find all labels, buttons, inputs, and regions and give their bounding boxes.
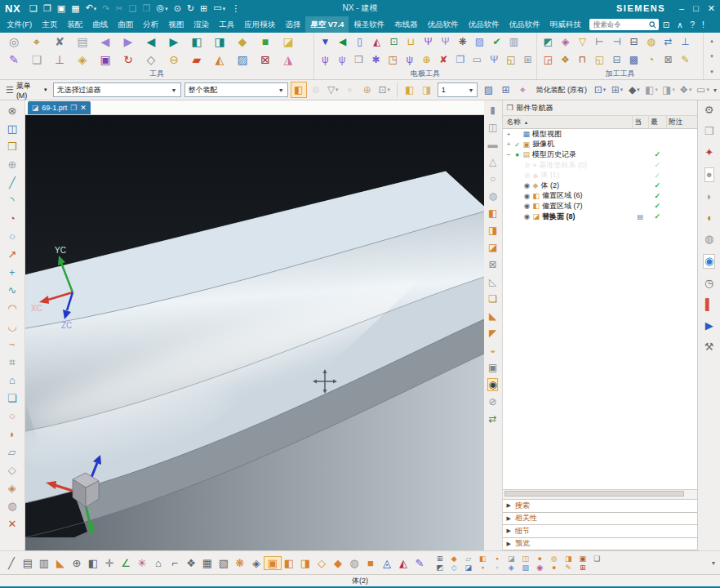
menu-tab[interactable]: 星空 V7.4 (305, 16, 349, 33)
window-swap-icon[interactable]: ⊞ (498, 82, 513, 97)
delete-xy-icon[interactable]: ✘ (48, 33, 71, 50)
touch-mode-icon[interactable]: ↻ (187, 4, 194, 13)
cube-add-icon[interactable]: ⊕ (360, 82, 375, 97)
minimize-button[interactable]: – (679, 3, 684, 14)
pin-delete-icon[interactable]: ✘ (435, 51, 452, 68)
menu-tab[interactable]: 分析 (138, 16, 163, 33)
slab-icon[interactable]: ▬ (488, 139, 498, 150)
color-bar-icon[interactable]: ▌ (705, 299, 713, 310)
notebook-icon[interactable]: ▤ (71, 33, 94, 50)
battery-icon[interactable]: ◫ (7, 122, 17, 135)
stamp-icon[interactable]: ⊥ (48, 51, 71, 68)
viewport-canvas[interactable]: YC XC ZC (25, 115, 484, 550)
sheet-icon[interactable]: ▱ (8, 446, 16, 458)
minimize-ribbon-icon[interactable]: ∧ (677, 20, 682, 29)
mini-toolbar-icon[interactable]: ◈ (504, 564, 519, 572)
filter-list-icon[interactable]: ▽ (326, 82, 340, 97)
search-icon[interactable] (649, 21, 656, 29)
pencil-icon[interactable]: ✎ (677, 51, 694, 68)
rotate-r-icon[interactable]: ↻ (117, 51, 140, 68)
ribbon-more-icon[interactable]: ▾ (710, 69, 713, 75)
window-style-icon[interactable]: ▭ (696, 82, 710, 97)
csys-icon[interactable]: ⌖ (515, 82, 530, 97)
block-icon[interactable]: ◫ (488, 122, 497, 133)
sheet-copy-icon[interactable]: ❒ (350, 51, 367, 68)
line-icon[interactable]: ╱ (9, 176, 16, 189)
purple-cube-icon[interactable]: ▣ (94, 51, 117, 68)
sheet-corner-icon[interactable]: ◱ (591, 51, 608, 68)
mini-toolbar-icon[interactable]: ◨ (562, 555, 576, 563)
tree-row-body-2[interactable]: ◉ ◆ 体 (2) ✓ (503, 180, 698, 191)
record-macro-icon[interactable]: ◎ (2, 33, 25, 50)
tools-icon[interactable]: ⚒ (704, 341, 714, 353)
roles-icon[interactable]: ⊗ (7, 105, 16, 117)
command-search-input[interactable] (592, 20, 649, 29)
borderbar-overflow-icon[interactable]: ▾ (713, 87, 717, 94)
half-left-icon[interactable]: ◧ (281, 557, 297, 569)
fan-surface-icon[interactable]: ◗ (9, 428, 16, 440)
face-edit-icon[interactable]: ◖ (706, 212, 713, 224)
close-button[interactable]: ✕ (708, 3, 715, 14)
chart-icon[interactable]: ◍ (642, 33, 660, 50)
book-icon[interactable]: ▯ (351, 33, 368, 50)
box-back-icon[interactable]: ◧ (185, 33, 208, 50)
box-search-icon[interactable]: ⊡ (385, 33, 402, 50)
rings-icon[interactable]: ⊚ (309, 82, 323, 97)
menu-tab[interactable]: 曲线 (87, 16, 113, 33)
grid-b-icon[interactable]: ▧ (216, 557, 232, 569)
assembly-box-icon[interactable]: ❒ (704, 126, 714, 137)
visibility-eye-icon[interactable]: ✓ (513, 140, 522, 149)
ribbon-overflow-up-icon[interactable]: ▴ (710, 38, 713, 44)
tree-row-offset-6[interactable]: ◉ ◧ 偏置区域 (6) ✓ (503, 191, 698, 202)
post-icon[interactable]: ⊥ (677, 33, 694, 50)
cylinder-add-icon[interactable]: ⊕ (7, 158, 16, 171)
selection-scope-dropdown[interactable]: 整个装配 ▼ (184, 82, 288, 97)
tree-row-datum-csys[interactable]: ⊘ ⌖ 基准坐标系 (0) ✓ (503, 160, 698, 171)
menu-tab[interactable]: 视图 (163, 16, 189, 33)
pin-c-icon[interactable]: ψ (401, 51, 418, 68)
swap-icon[interactable]: ⇄ (660, 33, 677, 50)
pot-icon[interactable]: ◍ (7, 500, 16, 512)
teal-back-icon[interactable]: ◀ (140, 33, 162, 50)
cross-delete-icon[interactable]: ✕ (7, 518, 16, 530)
ellipse-icon[interactable]: ○ (9, 410, 16, 422)
vise-icon[interactable]: ⊟ (625, 33, 642, 50)
part-tab[interactable]: ◪ 69-1.prt ❐ ✕ (28, 101, 91, 114)
tree-row-body-1[interactable]: ⊘ ◆ 体 (1) ✓ (503, 170, 698, 180)
red-cube-box-icon[interactable]: ⊠ (254, 51, 277, 68)
mini-toolbar-icon[interactable]: ▪ (476, 564, 491, 572)
probe-right-icon[interactable]: ⊣ (608, 33, 625, 50)
arc-icon[interactable]: ◝ (10, 194, 14, 207)
mini-toolbar-icon[interactable]: ◍ (547, 555, 562, 563)
torus-icon[interactable]: ◍ (488, 190, 496, 202)
probe-left-icon[interactable]: ⊢ (591, 33, 608, 50)
mini-toolbar-icon[interactable]: ▣ (576, 555, 590, 563)
menu-tab[interactable]: 工具 (214, 16, 239, 33)
save-all-icon[interactable]: ▦ (71, 4, 79, 13)
menu-tab[interactable]: 优品软件 (504, 16, 545, 33)
subtract-icon[interactable]: ◨ (488, 225, 497, 236)
bottom-toolbar-overflow-icon[interactable]: ▾ (712, 559, 717, 567)
section-preview[interactable]: ▶ 预览 (503, 538, 698, 551)
disc-icon[interactable]: ◍ (346, 557, 362, 569)
new-file-icon[interactable]: ❏ (29, 4, 38, 13)
stamp-gray-icon[interactable]: ▥ (505, 33, 522, 50)
flag-icon[interactable]: ⌐ (167, 557, 183, 569)
shaded-face-icon[interactable]: ◆ (627, 82, 642, 97)
menu-tab[interactable]: 文件(F) (2, 16, 37, 33)
tree-row-replace-face-8[interactable]: ◉ ◪ 替换面 (8) ▤ ✓ (503, 212, 698, 222)
mini-toolbar-icon[interactable]: ◉ (533, 564, 548, 572)
intersect-icon[interactable]: ◪ (488, 242, 497, 253)
cube-view-icon[interactable]: ◧ (644, 82, 659, 97)
tri-half-icon[interactable]: ◭ (395, 557, 411, 569)
menu-tab[interactable]: 装配 (62, 16, 87, 33)
tree-row-history[interactable]: − ● ▤ 模型历史记录 ✓ (503, 149, 698, 160)
delete-face-icon[interactable]: ⊠ (489, 259, 497, 270)
mesh-box-icon[interactable]: ▩ (625, 51, 642, 68)
visibility-eye-icon[interactable]: ◉ (523, 212, 531, 220)
tab-close-icon[interactable]: ✕ (80, 104, 87, 112)
visibility-eye-icon[interactable]: ⊘ (523, 172, 531, 180)
teal-forward-icon[interactable]: ▶ (162, 33, 185, 50)
tube-icon[interactable]: ◒ (490, 345, 496, 356)
face-mill-icon[interactable]: ◩ (540, 33, 557, 50)
